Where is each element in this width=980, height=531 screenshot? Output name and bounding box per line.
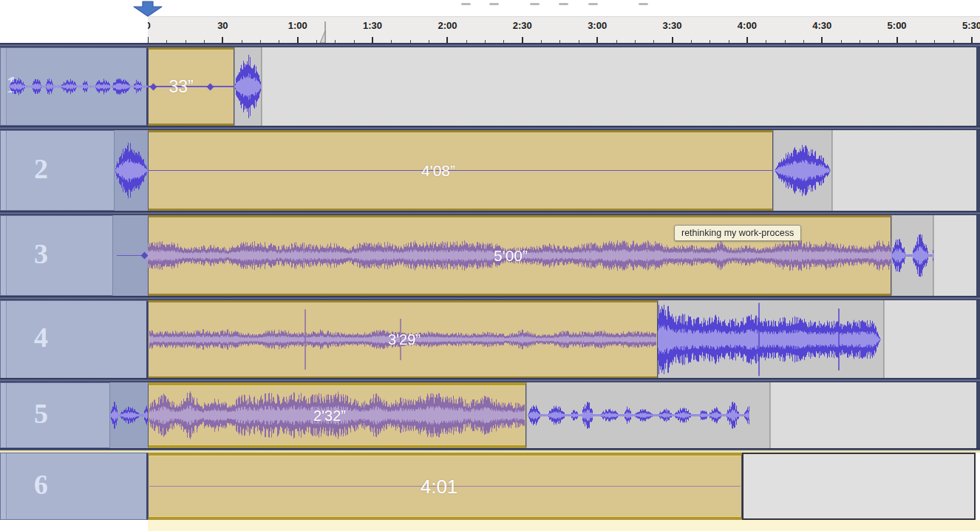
window-right-edge — [976, 382, 980, 448]
tracks-area: 133”24'08”35'00”43'29”52'32”64:01 — [0, 0, 980, 531]
clip-duration-label: 5'00” — [494, 247, 528, 265]
clip-duration-label: 4:01 — [421, 475, 458, 498]
clip-duration-label: 4'08” — [421, 162, 455, 180]
track-row-5: 52'32” — [0, 382, 980, 448]
waveform-flatline — [148, 170, 773, 172]
track-row-3: 35'00” — [0, 215, 980, 296]
waveform — [658, 300, 881, 379]
track-row-4: 43'29” — [0, 300, 980, 379]
track-empty-area[interactable] — [933, 215, 980, 296]
clip-tooltip-text: rethinking my work-process — [681, 228, 794, 238]
track-number: 3 — [34, 237, 48, 270]
waveform — [775, 130, 831, 211]
track-empty-area[interactable] — [832, 130, 980, 211]
track-header[interactable] — [0, 300, 148, 379]
waveform — [115, 130, 148, 211]
multitrack-editor: 0301:001:302:002:303:003:304:004:305:005… — [0, 0, 980, 531]
clip-tooltip: rethinking my work-process — [674, 225, 801, 241]
track-header-edge — [1, 453, 7, 519]
window-right-edge — [976, 130, 980, 211]
track-row-6: 64:01 — [0, 453, 980, 520]
clip-box[interactable] — [742, 453, 976, 520]
track-number: 6 — [34, 468, 48, 501]
waveform — [528, 382, 749, 448]
window-right-edge — [976, 300, 980, 379]
track-header[interactable] — [0, 453, 148, 520]
waveform — [9, 47, 148, 126]
track-empty-area[interactable] — [884, 300, 980, 379]
waveform — [234, 47, 262, 126]
window-right-edge — [976, 47, 980, 126]
waveform — [110, 382, 148, 448]
bottom-margin — [0, 520, 148, 531]
waveform — [891, 215, 933, 296]
track-number: 2 — [34, 152, 48, 185]
bottom-strip — [148, 520, 980, 531]
clip-duration-label: 33” — [169, 77, 193, 97]
track-header-edge — [1, 131, 7, 210]
clip-duration-label: 2'32” — [313, 407, 346, 424]
track-header-edge — [1, 383, 7, 447]
track-number: 5 — [34, 397, 48, 430]
track-header-edge — [1, 216, 7, 295]
track-row-1: 133” — [0, 47, 980, 126]
track-row-2: 24'08” — [0, 130, 980, 211]
track-number: 4 — [34, 321, 48, 354]
track-empty-area[interactable] — [770, 382, 980, 448]
track-header-edge — [1, 301, 7, 378]
track-empty-area[interactable] — [262, 47, 980, 126]
clip-duration-label: 3'29” — [388, 331, 421, 348]
window-right-edge — [976, 215, 980, 296]
